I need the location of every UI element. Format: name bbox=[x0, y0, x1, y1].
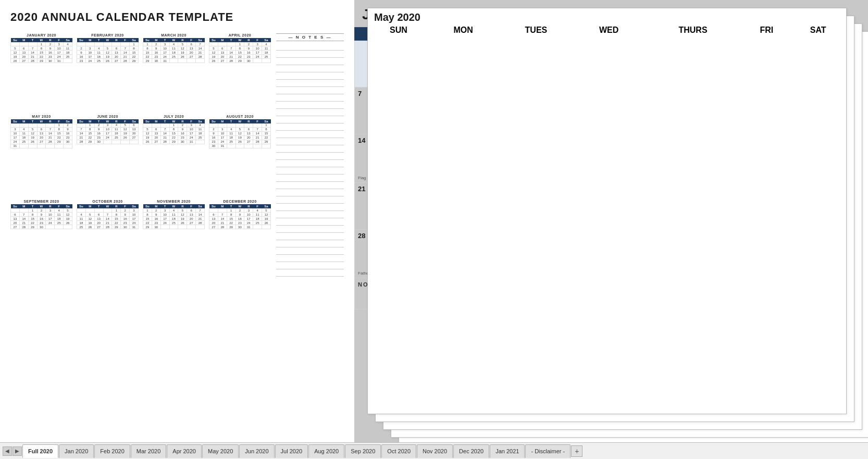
tab-oct-2020[interactable]: Oct 2020 bbox=[381, 444, 416, 458]
day-header: Su bbox=[77, 119, 86, 123]
day-header: Su bbox=[209, 38, 218, 42]
day-header: T bbox=[160, 204, 169, 208]
day-cell: 3 bbox=[187, 123, 196, 128]
mini-month-header: APRIL 2020 bbox=[209, 33, 271, 37]
mini-month-2: MARCH 2020SuMTWRFSa123456789101112131415… bbox=[143, 33, 205, 110]
day-cell: 30 bbox=[152, 59, 160, 63]
day-cell: 28 bbox=[253, 140, 262, 144]
day-cell: 2 bbox=[46, 42, 55, 46]
day-cell: 7 bbox=[196, 42, 205, 46]
day-header: M bbox=[85, 204, 94, 208]
tab-mar-2020[interactable]: Mar 2020 bbox=[131, 444, 166, 458]
day-cell bbox=[169, 59, 178, 63]
day-header: F bbox=[121, 204, 130, 208]
day-cell: 13 bbox=[244, 131, 253, 135]
day-cell: 3 bbox=[46, 208, 55, 213]
day-header: R bbox=[244, 38, 253, 42]
day-cell: 22 bbox=[112, 221, 121, 225]
notes-line bbox=[276, 196, 344, 204]
tab---disclaimer--[interactable]: - Disclaimer - bbox=[525, 444, 571, 458]
day-cell: 17 bbox=[160, 217, 169, 221]
day-cell: 20 bbox=[218, 55, 227, 59]
tab-jan-2020[interactable]: Jan 2020 bbox=[59, 444, 94, 458]
tab-sep-2020[interactable]: Sep 2020 bbox=[345, 444, 381, 458]
tab-nav-left[interactable]: ◀ bbox=[3, 446, 12, 456]
day-cell: 21 bbox=[160, 135, 169, 140]
day-cell: 18 bbox=[94, 55, 103, 59]
day-cell: 16 bbox=[235, 217, 244, 221]
day-cell: 17 bbox=[46, 217, 55, 221]
day-cell: 11 bbox=[112, 127, 121, 131]
day-cell: 2 bbox=[152, 208, 160, 213]
tab-nov-2020[interactable]: Nov 2020 bbox=[417, 444, 453, 458]
day-header: R bbox=[178, 119, 187, 123]
tab-full-2020[interactable]: Full 2020 bbox=[22, 444, 58, 458]
day-cell: 14 bbox=[218, 217, 227, 221]
notes-line bbox=[276, 167, 344, 175]
tab-aug-2020[interactable]: Aug 2020 bbox=[308, 444, 344, 458]
notes-line bbox=[276, 123, 344, 131]
day-cell: 22 bbox=[235, 55, 244, 59]
day-cell: 4 bbox=[196, 123, 205, 128]
tab-apr-2020[interactable]: Apr 2020 bbox=[167, 444, 202, 458]
day-cell bbox=[218, 208, 227, 213]
tab-feb-2020[interactable]: Feb 2020 bbox=[94, 444, 130, 458]
day-header: F bbox=[187, 119, 196, 123]
day-header: W bbox=[103, 38, 112, 42]
day-cell: 23 bbox=[46, 55, 55, 59]
mini-month-7: AUGUST 2020SuMTWRFSa12345678910111213141… bbox=[209, 115, 271, 196]
tabs-container: Full 2020Jan 2020Feb 2020Mar 2020Apr 202… bbox=[22, 444, 571, 458]
day-cell: 29 bbox=[227, 225, 235, 229]
day-cell: 4 bbox=[94, 46, 103, 51]
day-cell bbox=[55, 144, 64, 148]
day-cell bbox=[218, 42, 227, 46]
day-cell: 3 bbox=[11, 127, 20, 131]
tab-jul-2020[interactable]: Jul 2020 bbox=[275, 444, 308, 458]
day-cell: 10 bbox=[253, 46, 262, 51]
notes-section-header: — N O T E S — bbox=[276, 33, 344, 41]
day-cell: 23 bbox=[152, 221, 160, 225]
day-cell: 4 bbox=[262, 42, 271, 46]
day-cell: 21 bbox=[218, 221, 227, 225]
day-cell: 25 bbox=[227, 140, 235, 144]
day-header: F bbox=[253, 204, 262, 208]
day-cell: 19 bbox=[64, 217, 72, 221]
tab-nav-right[interactable]: ▶ bbox=[13, 446, 22, 456]
day-cell: 29 bbox=[55, 140, 64, 144]
day-cell bbox=[143, 123, 152, 128]
day-cell: 25 bbox=[64, 55, 72, 59]
day-cell bbox=[196, 59, 205, 63]
tab-dec-2020[interactable]: Dec 2020 bbox=[453, 444, 489, 458]
tab-jun-2020[interactable]: Jun 2020 bbox=[239, 444, 274, 458]
day-cell: 4 bbox=[19, 127, 28, 131]
notes-line bbox=[276, 116, 344, 123]
day-cell: 21 bbox=[19, 221, 28, 225]
day-cell bbox=[209, 123, 218, 128]
day-cell: 26 bbox=[143, 140, 152, 144]
day-cell: 13 bbox=[218, 51, 227, 55]
day-cell: 25 bbox=[77, 225, 86, 229]
day-cell: 8 bbox=[28, 213, 37, 217]
tab-add-button[interactable]: + bbox=[571, 445, 582, 457]
day-cell: 10 bbox=[218, 131, 227, 135]
day-cell: 28 bbox=[218, 225, 227, 229]
day-cell: 6 bbox=[244, 127, 253, 131]
day-cell: 16 bbox=[94, 131, 103, 135]
day-cell: 4 bbox=[77, 213, 86, 217]
day-cell: 20 bbox=[112, 55, 121, 59]
day-cell: 21 bbox=[227, 55, 235, 59]
day-cell: 14 bbox=[103, 217, 112, 221]
day-cell: 24 bbox=[103, 135, 112, 140]
day-cell: 25 bbox=[169, 55, 178, 59]
day-cell: 18 bbox=[77, 221, 86, 225]
day-cell bbox=[103, 208, 112, 213]
tab-jan-2021[interactable]: Jan 2021 bbox=[490, 444, 525, 458]
monthly-stack: January 2020SUNMONTUESWEDTHURSFRISATFebr… bbox=[354, 0, 868, 442]
mini-month-header: JUNE 2020 bbox=[77, 115, 139, 118]
day-cell: 19 bbox=[178, 51, 187, 55]
tab-may-2020[interactable]: May 2020 bbox=[202, 444, 239, 458]
day-cell: 20 bbox=[209, 221, 218, 225]
day-cell: 8 bbox=[169, 127, 178, 131]
day-cell: 25 bbox=[169, 221, 178, 225]
day-cell: 6 bbox=[209, 213, 218, 217]
